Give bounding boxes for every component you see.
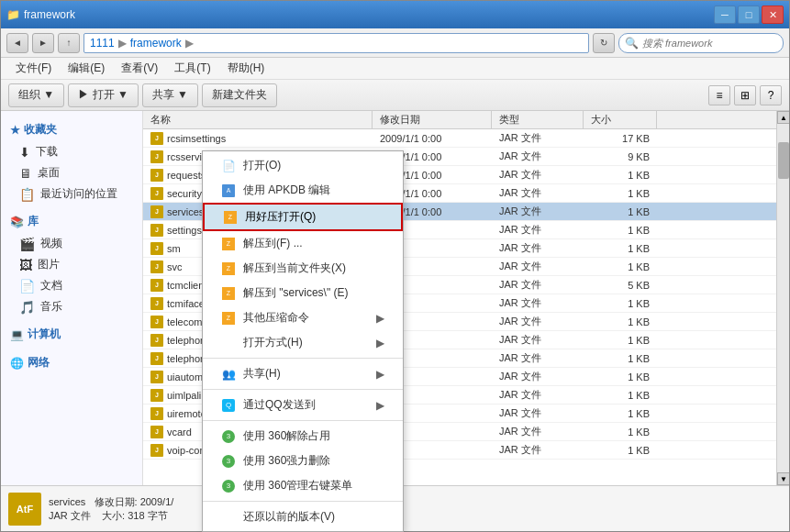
ctx-extract-here[interactable]: Z 解压到当前文件夹(X) (203, 256, 403, 281)
ctx-open[interactable]: 📄 打开(O) (203, 153, 403, 178)
ctx-other-zip-label: 其他压缩命令 (243, 310, 309, 326)
ctx-extract-folder[interactable]: Z 解压到 "services\" (E) (203, 281, 403, 305)
ctx-360-release-icon: 3 (221, 429, 236, 444)
ctx-share-arrow: ▶ (376, 368, 384, 381)
ctx-apkdb-icon: A (221, 183, 236, 198)
path-separator-2: ▶ (185, 37, 194, 50)
ctx-share[interactable]: 👥 共享(H) ▶ (203, 361, 403, 386)
refresh-button[interactable]: ↻ (593, 33, 615, 53)
ctx-share-icon: 👥 (221, 367, 236, 382)
ctx-qq-label: 通过QQ发送到 (243, 397, 316, 413)
title-bar-controls: ─ □ ✕ (714, 6, 784, 24)
explorer-window: 📁 framework ─ □ ✕ ◄ ► ↑ 1111 ▶ framework… (0, 0, 790, 532)
title-bar: 📁 framework ─ □ ✕ (1, 1, 789, 28)
ctx-other-zip-icon: Z (221, 311, 236, 326)
ctx-360-release-label: 使用 360解除占用 (243, 428, 330, 444)
address-path[interactable]: 1111 ▶ framework ▶ (83, 33, 589, 53)
ctx-extract-folder-icon: Z (221, 286, 236, 301)
ctx-apkdb-label: 使用 APKDB 编辑 (243, 183, 330, 198)
ctx-sep-3 (203, 420, 403, 421)
ctx-extract-here-icon: Z (221, 261, 236, 276)
ctx-360-release[interactable]: 3 使用 360解除占用 (203, 424, 403, 449)
ctx-360-menu-label: 使用 360管理右键菜单 (243, 478, 352, 493)
ctx-other-zip-arrow: ▶ (376, 312, 384, 325)
ctx-share-label: 共享(H) (243, 366, 281, 382)
ctx-360-delete-label: 使用 360强力删除 (243, 453, 330, 469)
forward-button[interactable]: ► (32, 33, 54, 53)
ctx-haozip-label: 用好压打开(Q) (245, 209, 316, 225)
search-box: 🔍 (618, 33, 784, 53)
path-items: 1111 ▶ framework ▶ (90, 37, 195, 50)
ctx-qq-send[interactable]: Q 通过QQ发送到 ▶ (203, 393, 403, 417)
search-icon: 🔍 (625, 37, 639, 50)
ctx-open-with-icon (221, 336, 236, 350)
path-separator-1: ▶ (118, 37, 127, 50)
context-menu-overlay: 📄 打开(O) A 使用 APKDB 编辑 Z 用好压打开(Q) Z 解压到(F… (0, 59, 790, 532)
ctx-open-icon: 📄 (221, 159, 236, 173)
ctx-open-label: 打开(O) (243, 158, 281, 173)
ctx-restore[interactable]: 还原以前的版本(V) (203, 504, 403, 529)
close-button[interactable]: ✕ (762, 6, 784, 24)
window-title: framework (24, 8, 75, 21)
search-input[interactable] (642, 38, 771, 49)
ctx-360-menu-icon: 3 (221, 479, 236, 493)
ctx-restore-label: 还原以前的版本(V) (243, 509, 335, 525)
ctx-sep-2 (203, 389, 403, 390)
ctx-restore-icon (221, 510, 236, 525)
path-current[interactable]: framework (130, 37, 182, 50)
ctx-other-zip[interactable]: Z 其他压缩命令 ▶ (203, 305, 403, 330)
back-button[interactable]: ◄ (6, 33, 28, 53)
ctx-extract-icon: Z (221, 237, 236, 251)
ctx-open-with-label: 打开方式(H) (243, 335, 303, 350)
ctx-extract-to[interactable]: Z 解压到(F) ... (203, 231, 403, 256)
ctx-sep-4 (203, 501, 403, 502)
title-bar-left: 📁 framework (6, 8, 75, 21)
ctx-haozip-open[interactable]: Z 用好压打开(Q) (203, 203, 403, 231)
ctx-360-delete-icon: 3 (221, 454, 236, 469)
minimize-button[interactable]: ─ (714, 6, 736, 24)
ctx-apkdb[interactable]: A 使用 APKDB 编辑 (203, 178, 403, 203)
window-icon: 📁 (6, 8, 20, 21)
ctx-open-with-arrow: ▶ (376, 337, 384, 349)
context-menu: 📄 打开(O) A 使用 APKDB 编辑 Z 用好压打开(Q) Z 解压到(F… (202, 150, 404, 532)
ctx-haozip-icon: Z (223, 210, 238, 225)
ctx-open-with[interactable]: 打开方式(H) ▶ (203, 330, 403, 355)
ctx-360-delete[interactable]: 3 使用 360强力删除 (203, 449, 403, 473)
ctx-qq-icon: Q (221, 398, 236, 413)
ctx-qq-arrow: ▶ (376, 399, 384, 412)
path-root[interactable]: 1111 (90, 37, 115, 50)
address-bar: ◄ ► ↑ 1111 ▶ framework ▶ ↻ 🔍 (1, 28, 789, 58)
maximize-button[interactable]: □ (738, 6, 760, 24)
ctx-extract-here-label: 解压到当前文件夹(X) (243, 260, 346, 276)
ctx-360-menu[interactable]: 3 使用 360管理右键菜单 (203, 473, 403, 498)
ctx-extract-label: 解压到(F) ... (243, 236, 303, 251)
ctx-sep-1 (203, 358, 403, 359)
ctx-extract-folder-label: 解压到 "services\" (E) (243, 285, 349, 301)
up-button[interactable]: ↑ (58, 33, 80, 53)
